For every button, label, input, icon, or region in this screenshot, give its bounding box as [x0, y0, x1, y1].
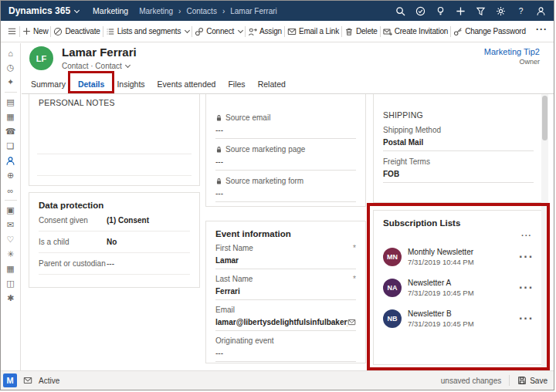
personal-notes-title: PERSONAL NOTES: [39, 98, 190, 107]
tab-details[interactable]: Details: [78, 74, 104, 93]
tab-insights[interactable]: Insights: [117, 74, 144, 93]
commandbar-overflow-button[interactable]: ···: [536, 24, 548, 35]
sitemap-toggle-button[interactable]: [7, 26, 17, 36]
field-value: ---: [215, 126, 223, 134]
plus-icon[interactable]: [456, 6, 466, 16]
field-value: ---: [215, 189, 223, 198]
field-last-name[interactable]: Last Name* Ferrari: [215, 275, 356, 300]
lists-and-segments-button[interactable]: Lists and segments: [106, 27, 190, 36]
required-marker: *: [353, 244, 356, 252]
new-button[interactable]: New: [22, 27, 48, 35]
field-label: Email: [215, 306, 235, 314]
vertical-scrollbar[interactable]: [541, 94, 548, 370]
avatar: NB: [383, 309, 402, 328]
nav-settings-icon[interactable]: ✳: [1, 247, 20, 262]
gear-icon[interactable]: [496, 6, 506, 16]
tab-summary[interactable]: Summary: [31, 74, 66, 93]
breadcrumb-item[interactable]: Contacts: [186, 7, 216, 15]
list-item[interactable]: NB Newsletter B 7/31/2019 10:45 PM ···: [383, 303, 534, 334]
connect-label: Connect: [206, 27, 234, 35]
tab-files[interactable]: Files: [228, 74, 245, 93]
nav-segments-icon[interactable]: ∞: [1, 183, 20, 198]
breadcrumb-item[interactable]: Marketing: [139, 7, 173, 15]
field-freight-terms[interactable]: Freight Terms FOB: [383, 157, 534, 183]
svg-text:?: ?: [519, 7, 524, 15]
record-type[interactable]: Contact · Contact: [62, 62, 130, 70]
list-item[interactable]: MN Monthly Newsletter 7/31/2019 10:44 PM…: [383, 242, 534, 272]
field-is-a-child[interactable]: Is a child No: [39, 231, 190, 253]
send-email-icon[interactable]: [348, 318, 356, 326]
commandbar-separator: [19, 26, 20, 37]
save-label: Save: [530, 377, 548, 385]
m-app-tile[interactable]: M: [3, 373, 17, 387]
notes-field-underline[interactable]: [37, 154, 192, 154]
brand-menu[interactable]: Dynamics 365: [8, 5, 79, 16]
email-a-link-button[interactable]: Email a Link: [287, 27, 339, 36]
message-icon: [23, 376, 32, 385]
nav-home-icon[interactable]: ⌂: [1, 46, 20, 60]
avatar: NA: [383, 279, 402, 297]
nav-calendar-icon[interactable]: ▦: [1, 110, 20, 124]
field-parent-or-custodian[interactable]: Parent or custodian ---: [39, 253, 190, 275]
help-icon[interactable]: ?: [516, 6, 526, 16]
field-label: Originating event: [215, 336, 274, 345]
field-email[interactable]: Email lamar@libertysdelightfulsinfulbake…: [215, 306, 356, 331]
commandbar-separator: [192, 26, 192, 37]
item-more-button[interactable]: ···: [519, 312, 534, 326]
notes-field-underline[interactable]: [37, 175, 192, 176]
nav-emails-icon[interactable]: ✉: [1, 218, 20, 232]
assign-button[interactable]: Assign: [248, 27, 282, 36]
nav-contacts-icon[interactable]: [1, 154, 20, 168]
filter-icon[interactable]: [476, 6, 486, 16]
field-value: Postal Mail: [383, 138, 423, 147]
delete-button[interactable]: Delete: [344, 27, 378, 36]
breadcrumb: Marketing › Contacts › Lamar Ferrari: [139, 7, 277, 15]
nav-my-work-icon[interactable]: ▤: [1, 95, 20, 110]
field-shipping-method[interactable]: Shipping Method Postal Mail: [383, 126, 534, 151]
subscription-name: Newsletter A: [408, 279, 474, 287]
sidebar-divider: [5, 200, 17, 201]
checklist-icon[interactable]: [415, 6, 425, 16]
list-item[interactable]: NA Newsletter A 7/31/2019 10:45 PM ···: [383, 272, 534, 303]
search-icon[interactable]: [395, 6, 405, 16]
item-more-button[interactable]: ···: [519, 281, 534, 295]
nav-phone-calls-icon[interactable]: ☎: [1, 124, 20, 139]
scrollbar-thumb[interactable]: [542, 96, 548, 140]
nav-accounts-icon[interactable]: ❏: [1, 139, 20, 154]
field-label: Source email: [225, 113, 270, 122]
unsaved-changes-label: unsaved changes: [441, 377, 501, 385]
item-more-button[interactable]: ···: [519, 250, 534, 264]
field-source-marketing-page[interactable]: Source marketing page ---: [215, 145, 356, 171]
breadcrumb-item[interactable]: Lamar Ferrari: [230, 7, 277, 15]
lightbulb-icon[interactable]: [436, 6, 446, 16]
connect-button[interactable]: Connect: [195, 27, 242, 36]
assign-label: Assign: [259, 27, 282, 35]
tab-events-attended[interactable]: Events attended: [158, 74, 216, 93]
main-area: LF Lamar Ferrari Contact · Contact Marke…: [22, 43, 554, 370]
field-originating-event[interactable]: Originating event ---: [215, 336, 356, 362]
lock-icon: [215, 146, 222, 154]
change-password-button[interactable]: Change Password: [453, 27, 526, 36]
nav-pinned-icon[interactable]: ✦: [1, 75, 20, 90]
nav-marketing-forms-icon[interactable]: ◫: [1, 276, 20, 291]
nav-events-icon[interactable]: ▦: [1, 262, 20, 276]
account-icon[interactable]: [536, 6, 546, 16]
nav-dashboards-icon[interactable]: ▣: [1, 203, 20, 218]
create-invitation-button[interactable]: Create Invitation: [383, 27, 448, 36]
nav-customer-journeys-icon[interactable]: ♡: [1, 232, 20, 247]
save-icon: [517, 376, 527, 385]
field-consent-given[interactable]: Consent given (1) Consent: [39, 210, 190, 231]
nav-recent-icon[interactable]: ◷: [1, 60, 20, 75]
nav-marketing-pages-icon[interactable]: ✱: [1, 291, 20, 306]
subscription-lists-title: Subscription Lists: [383, 218, 534, 228]
save-button[interactable]: Save: [517, 376, 548, 385]
field-label: Source marketing form: [225, 177, 303, 185]
deactivate-button[interactable]: Deactivate: [53, 27, 100, 36]
owner-link[interactable]: Marketing Tip2: [484, 47, 540, 56]
field-source-email[interactable]: Source email ---: [215, 113, 356, 139]
nav-leads-icon[interactable]: ⊕: [1, 168, 20, 183]
tab-related[interactable]: Related: [258, 74, 286, 93]
subscription-lists-more-button[interactable]: ···: [383, 231, 532, 240]
field-first-name[interactable]: First Name* Lamar: [215, 244, 356, 269]
field-source-marketing-form[interactable]: Source marketing form ---: [215, 177, 356, 202]
